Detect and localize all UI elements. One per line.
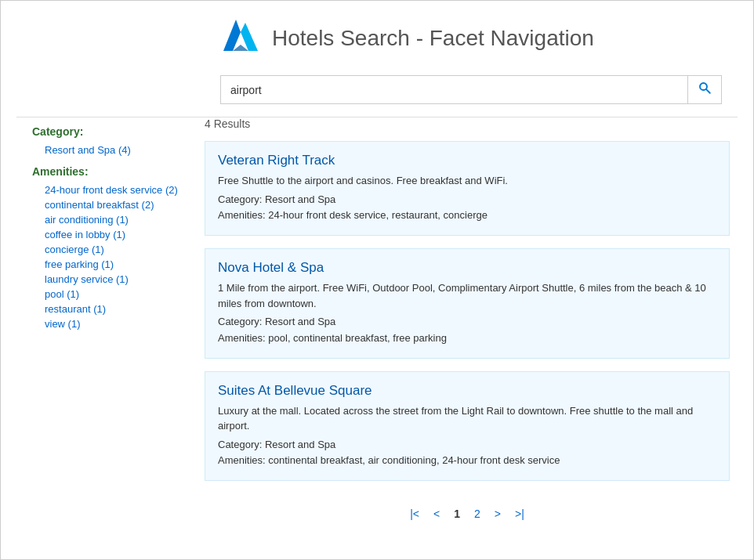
result-category-1: Category: Resort and Spa [218, 314, 716, 331]
result-category-2: Category: Resort and Spa [218, 437, 716, 453]
result-description-0: Free Shuttle to the airport and casinos.… [218, 173, 716, 189]
sidebar-amenity-0[interactable]: 24-hour front desk service (2) [32, 182, 181, 197]
result-title-0[interactable]: Veteran Right Track [218, 153, 716, 168]
search-bar [220, 75, 722, 104]
result-amenities-1: Amenities: pool, continental breakfast, … [218, 331, 716, 347]
sidebar-amenity-9[interactable]: view (1) [32, 316, 181, 331]
azure-logo [220, 16, 261, 57]
svg-line-4 [706, 89, 710, 93]
result-card-1: Nova Hotel & Spa 1 Mile from the airport… [205, 248, 730, 359]
main-layout: Category: Resort and Spa (4) Amenities: … [1, 117, 753, 553]
svg-marker-0 [223, 20, 241, 51]
pagination-page-2[interactable]: 2 [469, 506, 485, 522]
sidebar-amenity-5[interactable]: free parking (1) [32, 257, 181, 272]
result-title-1[interactable]: Nova Hotel & Spa [218, 260, 716, 276]
sidebar-amenity-8[interactable]: restaurant (1) [32, 302, 181, 316]
search-bar-area [1, 75, 753, 117]
result-amenities-0: Amenities: 24-hour front desk service, r… [218, 208, 716, 224]
sidebar: Category: Resort and Spa (4) Amenities: … [16, 117, 189, 553]
results-area: 4 Results Veteran Right Track Free Shutt… [189, 117, 738, 553]
result-amenities-2: Amenities: continental breakfast, air co… [218, 453, 716, 469]
pagination-next[interactable]: > [490, 506, 506, 522]
page-container: Hotels Search - Facet Navigation Categor… [0, 0, 754, 560]
pagination: |< < 1 2 > >| [205, 493, 730, 537]
search-input[interactable] [221, 78, 687, 103]
sidebar-amenity-6[interactable]: laundry service (1) [32, 272, 181, 287]
pagination-prev[interactable]: < [429, 506, 444, 522]
sidebar-amenity-2[interactable]: air conditioning (1) [32, 212, 181, 227]
search-icon [698, 81, 712, 95]
result-title-2[interactable]: Suites At Bellevue Square [218, 383, 716, 399]
header: Hotels Search - Facet Navigation [1, 1, 753, 75]
pagination-first[interactable]: |< [405, 506, 424, 522]
sidebar-category-resort-and-spa[interactable]: Resort and Spa (4) [32, 143, 181, 157]
sidebar-amenity-4[interactable]: concierge (1) [32, 242, 181, 257]
result-description-1: 1 Mile from the airport. Free WiFi, Outd… [218, 280, 716, 311]
page-title: Hotels Search - Facet Navigation [272, 26, 594, 51]
svg-marker-2 [233, 45, 248, 51]
logo-container [220, 16, 261, 60]
category-label: Category: [32, 125, 181, 138]
pagination-last[interactable]: >| [510, 506, 529, 522]
sidebar-amenity-7[interactable]: pool (1) [32, 287, 181, 302]
sidebar-amenity-3[interactable]: coffee in lobby (1) [32, 227, 181, 242]
search-button[interactable] [687, 76, 721, 103]
result-card-0: Veteran Right Track Free Shuttle to the … [205, 141, 730, 236]
sidebar-amenity-1[interactable]: continental breakfast (2) [32, 197, 181, 212]
svg-marker-1 [241, 23, 258, 51]
result-description-2: Luxury at the mall. Located across the s… [218, 403, 716, 434]
pagination-page-1[interactable]: 1 [449, 506, 465, 522]
result-category-0: Category: Resort and Spa [218, 192, 716, 208]
result-card-2: Suites At Bellevue Square Luxury at the … [205, 371, 730, 482]
amenities-label: Amenities: [32, 165, 181, 178]
results-count: 4 Results [205, 117, 730, 130]
